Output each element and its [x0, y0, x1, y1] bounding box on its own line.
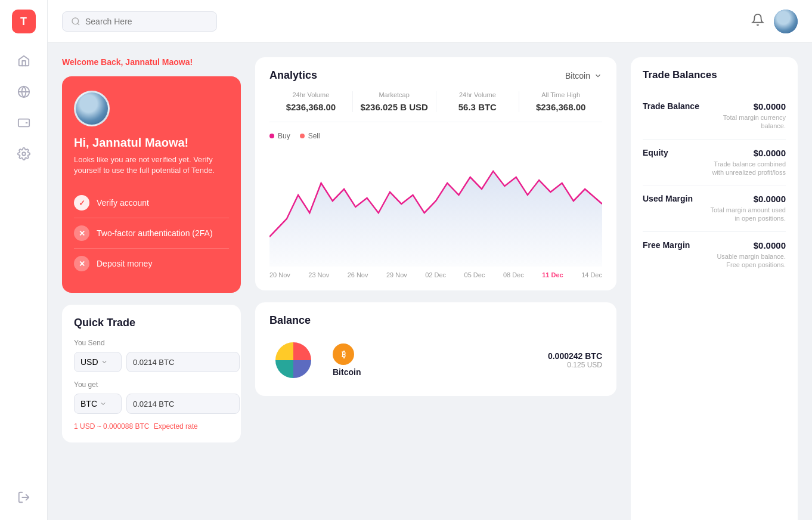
send-currency-select[interactable]: USD — [74, 352, 122, 372]
legend-buy: Buy — [269, 132, 290, 140]
task-2fa-icon: ✕ — [74, 225, 89, 241]
legend-buy-dot — [269, 134, 274, 138]
right-panel: Trade Balances Trade Balance $0.0000 Tot… — [631, 57, 798, 520]
quick-trade-title: Quick Trade — [74, 317, 229, 329]
trade-balances-title: Trade Balances — [643, 69, 786, 81]
chart-label-7: 11 Dec — [542, 271, 563, 278]
legend-sell-label: Sell — [308, 132, 320, 140]
stat-all-time-high: All Time High $236,368.00 — [519, 91, 602, 112]
chart-area — [269, 171, 602, 267]
notification-bell[interactable] — [751, 13, 764, 29]
user-avatar-header[interactable] — [774, 10, 798, 33]
chevron-down-icon-3 — [594, 72, 602, 80]
balance-card: Balance ₿ — [255, 302, 616, 396]
send-row: USD — [74, 352, 229, 372]
content-area: Welcome Back, Jannatul Maowa! Hi, Jannat… — [48, 43, 812, 520]
sidebar-logo[interactable]: T — [12, 10, 36, 33]
balance-row: ₿ Bitcoin 0.000242 BTC 0.125 USD — [269, 336, 602, 384]
rate-label: Expected rate — [154, 422, 198, 431]
task-deposit-label: Deposit money — [97, 259, 152, 268]
send-amount-input[interactable] — [126, 352, 240, 372]
task-verify-label: Verify account — [97, 198, 149, 208]
task-2fa[interactable]: ✕ Two-factor authentication (2FA) — [74, 218, 229, 249]
task-deposit-icon: ✕ — [74, 256, 89, 271]
get-row: BTC — [74, 394, 229, 414]
task-verify-account[interactable]: ✓ Verify account — [74, 188, 229, 218]
main-content: Welcome Back, Jannatul Maowa! Hi, Jannat… — [48, 0, 812, 520]
legend-buy-label: Buy — [278, 132, 290, 140]
get-currency-select[interactable]: BTC — [74, 394, 122, 414]
chart-label-6: 08 Dec — [503, 271, 524, 278]
svg-point-3 — [72, 18, 79, 24]
analytics-header: Analytics Bitcoin — [269, 69, 602, 82]
you-get-label: You get — [74, 380, 229, 389]
stat-24hr-volume: 24hr Volume $236,368.00 — [269, 91, 353, 112]
balance-title: Balance — [269, 314, 602, 327]
header — [48, 0, 812, 43]
usd-balance: 0.125 USD — [548, 361, 602, 369]
sidebar-item-wallet[interactable] — [11, 110, 37, 136]
chart-label-4: 02 Dec — [425, 271, 446, 278]
middle-panel: Analytics Bitcoin 24hr Volume $236,368.0… — [255, 57, 616, 520]
welcome-message: Welcome Back, Jannatul Maowa! — [62, 57, 241, 67]
chart-label-8: 14 Dec — [581, 271, 602, 278]
stat-btc-volume: 24hr Volume 56.3 BTC — [436, 91, 520, 112]
svg-point-2 — [22, 152, 26, 156]
chart-svg — [269, 147, 602, 267]
left-panel: Welcome Back, Jannatul Maowa! Hi, Jannat… — [62, 57, 241, 520]
sidebar-item-globe[interactable] — [11, 79, 37, 105]
sidebar-item-logout[interactable] — [11, 484, 37, 510]
chart-label-1: 23 Nov — [308, 271, 329, 278]
analytics-card: Analytics Bitcoin 24hr Volume $236,368.0… — [255, 57, 616, 290]
sidebar-item-settings[interactable] — [11, 141, 37, 167]
search-input[interactable] — [85, 17, 204, 26]
chart-label-0: 20 Nov — [269, 271, 290, 278]
coin-selector[interactable]: Bitcoin — [565, 71, 602, 81]
profile-card: Hi, Jannatul Maowa! Looks like you are n… — [62, 76, 241, 293]
welcome-prefix: Welcome Back, — [62, 57, 125, 67]
stats-row: 24hr Volume $236,368.00 Marketcap $236.0… — [269, 91, 602, 122]
chart-label-3: 29 Nov — [386, 271, 407, 278]
legend-sell: Sell — [300, 132, 320, 140]
legend-sell-dot — [300, 134, 305, 138]
balance-item-free-margin: Free Margin $0.0000 Usable margin balanc… — [643, 232, 786, 278]
get-amount-input[interactable] — [126, 394, 240, 414]
sidebar-item-home[interactable] — [11, 48, 37, 74]
chart-labels: 20 Nov 23 Nov 26 Nov 29 Nov 02 Dec 05 De… — [269, 267, 602, 278]
analytics-chart — [269, 147, 602, 267]
coin-info: ₿ Bitcoin — [269, 336, 361, 384]
task-verify-icon: ✓ — [74, 195, 89, 211]
you-send-label: You Send — [74, 339, 229, 347]
sidebar: T — [0, 0, 48, 520]
analytics-title: Analytics — [269, 69, 317, 82]
btc-balance: 0.000242 BTC — [548, 351, 602, 361]
balance-item-used-margin: Used Margin $0.0000 Total margin amount … — [643, 185, 786, 232]
rate-text: 1 USD ~ 0.000088 BTC — [74, 422, 149, 431]
stat-marketcap: Marketcap $236.025 B USD — [353, 91, 436, 112]
profile-avatar — [74, 91, 110, 126]
selected-coin: Bitcoin — [565, 71, 590, 81]
task-2fa-label: Two-factor authentication (2FA) — [97, 228, 213, 238]
bitcoin-icon: ₿ — [333, 343, 354, 365]
balance-item-equity: Equity $0.0000 Trade balance combined wi… — [643, 140, 786, 186]
chart-legend: Buy Sell — [269, 132, 602, 140]
search-icon — [71, 17, 80, 26]
chart-label-2: 26 Nov — [348, 271, 368, 278]
balance-amounts: 0.000242 BTC 0.125 USD — [548, 351, 602, 369]
chart-label-5: 05 Dec — [464, 271, 485, 278]
balance-item-trade: Trade Balance $0.0000 Total margin curre… — [643, 93, 786, 140]
quick-trade-card: Quick Trade You Send USD You get BTC — [62, 305, 241, 442]
chevron-down-icon-2 — [100, 400, 107, 407]
header-icons — [751, 10, 798, 33]
profile-greeting: Hi, Jannatul Maowa! — [74, 136, 229, 150]
exchange-rate: 1 USD ~ 0.000088 BTC Expected rate — [74, 422, 229, 431]
welcome-username: Jannatul Maowa! — [125, 57, 193, 67]
task-deposit[interactable]: ✕ Deposit money — [74, 249, 229, 278]
coin-name: Bitcoin — [333, 367, 361, 377]
search-bar[interactable] — [62, 11, 217, 32]
profile-description: Looks like you are not verified yet. Ver… — [74, 154, 229, 176]
chevron-down-icon — [101, 358, 108, 366]
pie-chart-icon — [269, 336, 317, 384]
